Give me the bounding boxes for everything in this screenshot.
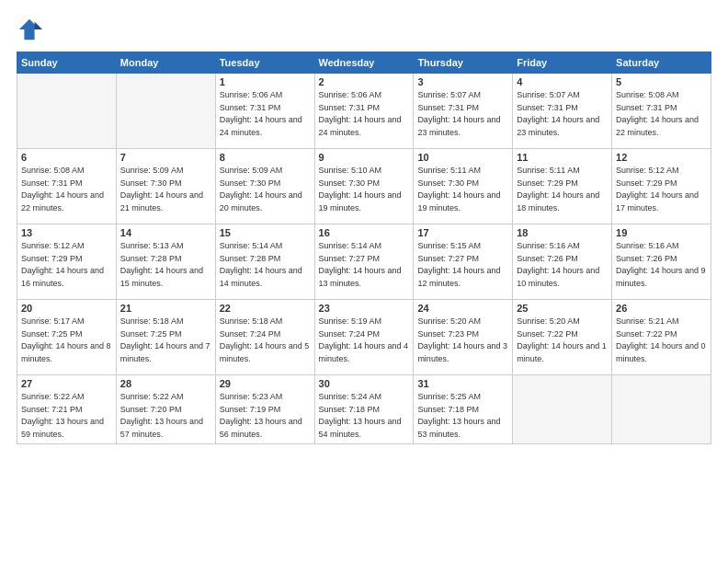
day-number: 5 — [616, 76, 707, 87]
calendar-cell: 22Sunrise: 5:18 AMSunset: 7:24 PMDayligh… — [215, 300, 314, 375]
day-number: 24 — [417, 303, 508, 314]
day-detail: Sunrise: 5:19 AMSunset: 7:24 PMDaylight:… — [319, 316, 410, 365]
day-number: 25 — [517, 303, 608, 314]
calendar-header-row: SundayMondayTuesdayWednesdayThursdayFrid… — [17, 52, 711, 74]
header — [17, 17, 711, 42]
calendar-cell: 23Sunrise: 5:19 AMSunset: 7:24 PMDayligh… — [314, 300, 414, 375]
day-number: 19 — [616, 227, 707, 238]
calendar-cell — [612, 375, 711, 444]
day-number: 10 — [417, 152, 508, 163]
calendar-table: SundayMondayTuesdayWednesdayThursdayFrid… — [17, 52, 711, 444]
day-detail: Sunrise: 5:07 AMSunset: 7:31 PMDaylight:… — [417, 89, 508, 139]
calendar-week-2: 6Sunrise: 5:08 AMSunset: 7:31 PMDaylight… — [17, 149, 711, 224]
logo-icon — [17, 17, 42, 42]
calendar-cell: 5Sunrise: 5:08 AMSunset: 7:31 PMDaylight… — [612, 74, 711, 149]
calendar-cell: 16Sunrise: 5:14 AMSunset: 7:27 PMDayligh… — [314, 224, 414, 300]
day-detail: Sunrise: 5:13 AMSunset: 7:28 PMDaylight:… — [120, 240, 211, 290]
day-number: 28 — [120, 378, 211, 389]
calendar-cell: 4Sunrise: 5:07 AMSunset: 7:31 PMDaylight… — [513, 74, 612, 149]
day-number: 16 — [319, 227, 410, 238]
calendar-week-5: 27Sunrise: 5:22 AMSunset: 7:21 PMDayligh… — [17, 375, 711, 444]
day-detail: Sunrise: 5:09 AMSunset: 7:30 PMDaylight:… — [220, 165, 311, 214]
calendar-cell: 26Sunrise: 5:21 AMSunset: 7:22 PMDayligh… — [612, 300, 711, 375]
calendar-week-1: 1Sunrise: 5:06 AMSunset: 7:31 PMDaylight… — [17, 74, 711, 149]
day-number: 6 — [21, 152, 112, 163]
calendar-week-4: 20Sunrise: 5:17 AMSunset: 7:25 PMDayligh… — [17, 300, 711, 375]
day-number: 3 — [417, 76, 508, 87]
day-number: 22 — [220, 303, 311, 314]
calendar-cell: 21Sunrise: 5:18 AMSunset: 7:25 PMDayligh… — [116, 300, 215, 375]
day-detail: Sunrise: 5:09 AMSunset: 7:30 PMDaylight:… — [120, 165, 211, 214]
day-detail: Sunrise: 5:22 AMSunset: 7:20 PMDaylight:… — [120, 391, 211, 441]
day-detail: Sunrise: 5:16 AMSunset: 7:26 PMDaylight:… — [517, 240, 608, 290]
day-detail: Sunrise: 5:20 AMSunset: 7:22 PMDaylight:… — [517, 316, 608, 365]
day-detail: Sunrise: 5:18 AMSunset: 7:24 PMDaylight:… — [220, 316, 311, 365]
calendar-cell: 30Sunrise: 5:24 AMSunset: 7:18 PMDayligh… — [314, 375, 414, 444]
day-number: 9 — [319, 152, 410, 163]
day-number: 18 — [517, 227, 608, 238]
page: SundayMondayTuesdayWednesdayThursdayFrid… — [0, 0, 728, 563]
calendar-cell: 24Sunrise: 5:20 AMSunset: 7:23 PMDayligh… — [414, 300, 513, 375]
day-number: 27 — [21, 378, 112, 389]
day-detail: Sunrise: 5:16 AMSunset: 7:26 PMDaylight:… — [616, 240, 707, 290]
calendar-cell: 13Sunrise: 5:12 AMSunset: 7:29 PMDayligh… — [17, 224, 117, 300]
calendar-cell: 18Sunrise: 5:16 AMSunset: 7:26 PMDayligh… — [513, 224, 612, 300]
day-detail: Sunrise: 5:23 AMSunset: 7:19 PMDaylight:… — [220, 391, 311, 441]
calendar-cell — [513, 375, 612, 444]
day-number: 20 — [21, 303, 112, 314]
day-detail: Sunrise: 5:14 AMSunset: 7:28 PMDaylight:… — [220, 240, 311, 290]
svg-marker-1 — [35, 22, 42, 29]
logo — [17, 17, 48, 42]
calendar-cell: 10Sunrise: 5:11 AMSunset: 7:30 PMDayligh… — [414, 149, 513, 224]
header-wednesday: Wednesday — [314, 52, 414, 74]
day-detail: Sunrise: 5:14 AMSunset: 7:27 PMDaylight:… — [319, 240, 410, 290]
day-number: 8 — [220, 152, 311, 163]
day-detail: Sunrise: 5:12 AMSunset: 7:29 PMDaylight:… — [21, 240, 112, 290]
calendar-cell: 20Sunrise: 5:17 AMSunset: 7:25 PMDayligh… — [17, 300, 117, 375]
header-tuesday: Tuesday — [215, 52, 314, 74]
calendar-cell: 2Sunrise: 5:06 AMSunset: 7:31 PMDaylight… — [314, 74, 414, 149]
calendar-cell: 9Sunrise: 5:10 AMSunset: 7:30 PMDaylight… — [314, 149, 414, 224]
calendar-cell: 11Sunrise: 5:11 AMSunset: 7:29 PMDayligh… — [513, 149, 612, 224]
day-number: 4 — [517, 76, 608, 87]
day-number: 12 — [616, 152, 707, 163]
header-thursday: Thursday — [414, 52, 513, 74]
day-number: 31 — [417, 378, 508, 389]
day-detail: Sunrise: 5:18 AMSunset: 7:25 PMDaylight:… — [120, 316, 211, 365]
day-number: 15 — [220, 227, 311, 238]
day-detail: Sunrise: 5:11 AMSunset: 7:30 PMDaylight:… — [417, 165, 508, 214]
calendar-cell: 1Sunrise: 5:06 AMSunset: 7:31 PMDaylight… — [215, 74, 314, 149]
day-number: 1 — [220, 76, 311, 87]
day-detail: Sunrise: 5:08 AMSunset: 7:31 PMDaylight:… — [616, 89, 707, 139]
header-monday: Monday — [116, 52, 215, 74]
day-detail: Sunrise: 5:12 AMSunset: 7:29 PMDaylight:… — [616, 165, 707, 214]
day-detail: Sunrise: 5:10 AMSunset: 7:30 PMDaylight:… — [319, 165, 410, 214]
day-detail: Sunrise: 5:24 AMSunset: 7:18 PMDaylight:… — [319, 391, 410, 441]
day-detail: Sunrise: 5:07 AMSunset: 7:31 PMDaylight:… — [517, 89, 608, 139]
calendar-week-3: 13Sunrise: 5:12 AMSunset: 7:29 PMDayligh… — [17, 224, 711, 300]
calendar-cell: 27Sunrise: 5:22 AMSunset: 7:21 PMDayligh… — [17, 375, 117, 444]
calendar-cell: 25Sunrise: 5:20 AMSunset: 7:22 PMDayligh… — [513, 300, 612, 375]
day-detail: Sunrise: 5:22 AMSunset: 7:21 PMDaylight:… — [21, 391, 112, 441]
calendar-cell: 28Sunrise: 5:22 AMSunset: 7:20 PMDayligh… — [116, 375, 215, 444]
calendar-cell: 29Sunrise: 5:23 AMSunset: 7:19 PMDayligh… — [215, 375, 314, 444]
day-detail: Sunrise: 5:06 AMSunset: 7:31 PMDaylight:… — [220, 89, 311, 139]
day-detail: Sunrise: 5:08 AMSunset: 7:31 PMDaylight:… — [21, 165, 112, 214]
header-saturday: Saturday — [612, 52, 711, 74]
day-number: 13 — [21, 227, 112, 238]
calendar-cell: 12Sunrise: 5:12 AMSunset: 7:29 PMDayligh… — [612, 149, 711, 224]
day-number: 2 — [319, 76, 410, 87]
day-number: 29 — [220, 378, 311, 389]
day-detail: Sunrise: 5:06 AMSunset: 7:31 PMDaylight:… — [319, 89, 410, 139]
calendar-cell: 19Sunrise: 5:16 AMSunset: 7:26 PMDayligh… — [612, 224, 711, 300]
day-detail: Sunrise: 5:25 AMSunset: 7:18 PMDaylight:… — [417, 391, 508, 441]
calendar-cell: 15Sunrise: 5:14 AMSunset: 7:28 PMDayligh… — [215, 224, 314, 300]
calendar-cell: 7Sunrise: 5:09 AMSunset: 7:30 PMDaylight… — [116, 149, 215, 224]
day-number: 21 — [120, 303, 211, 314]
header-friday: Friday — [513, 52, 612, 74]
calendar-cell: 17Sunrise: 5:15 AMSunset: 7:27 PMDayligh… — [414, 224, 513, 300]
calendar-cell: 31Sunrise: 5:25 AMSunset: 7:18 PMDayligh… — [414, 375, 513, 444]
calendar-cell: 8Sunrise: 5:09 AMSunset: 7:30 PMDaylight… — [215, 149, 314, 224]
day-detail: Sunrise: 5:21 AMSunset: 7:22 PMDaylight:… — [616, 316, 707, 365]
day-number: 26 — [616, 303, 707, 314]
